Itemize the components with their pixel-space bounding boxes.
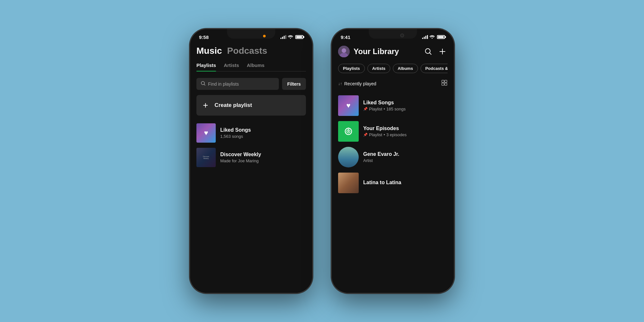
- artist-lib-info: Gene Evaro Jr. Artist: [363, 151, 399, 163]
- liked-songs-lib-name: Liked Songs: [363, 100, 406, 106]
- search-row-1: Find in playlists Filters: [196, 78, 306, 90]
- svg-line-6: [430, 53, 431, 55]
- liked-meta-suffix: 185 songs: [386, 107, 406, 111]
- svg-line-1: [204, 84, 205, 86]
- chip-playlists[interactable]: Playlists: [338, 64, 365, 73]
- avatar-image: [338, 46, 350, 57]
- status-icons-1: [280, 35, 303, 40]
- filters-button[interactable]: Filters: [282, 78, 306, 90]
- liked-songs-name: Liked Songs: [220, 127, 251, 133]
- tab-artists[interactable]: Artists: [224, 62, 239, 71]
- sort-row: ↓↑ Recently played: [338, 80, 448, 88]
- music-tab-title[interactable]: Music: [196, 46, 222, 56]
- tab-playlists[interactable]: Playlists: [196, 62, 216, 71]
- phone-1: 9:58: [190, 29, 312, 293]
- chip-artists[interactable]: Artists: [367, 64, 390, 73]
- liked-songs-thumb: ♥: [196, 123, 216, 143]
- latina-lib-info: Latina to Latina: [363, 180, 401, 186]
- svg-rect-10: [445, 80, 447, 82]
- signal-bars-1: [280, 35, 286, 39]
- library-title: Your Library: [354, 47, 419, 56]
- notch: [227, 29, 275, 39]
- battery-icon-1: [295, 35, 303, 39]
- status-time-2: 9:41: [341, 34, 350, 40]
- search-icon-1: [201, 81, 205, 87]
- svg-point-3: [342, 48, 346, 53]
- sort-label[interactable]: ↓↑ Recently played: [338, 81, 376, 86]
- grid-view-icon[interactable]: [441, 80, 448, 88]
- search-placeholder-1: Find in playlists: [208, 81, 239, 87]
- artist-lib-meta: Artist: [363, 158, 399, 163]
- liked-songs-thumb-2: ♥: [338, 95, 359, 116]
- phone-2: 9:41: [332, 29, 454, 293]
- discover-weekly-info: Discover Weekly Made for Joe Maring: [220, 152, 261, 163]
- wifi-icon-1: [288, 35, 293, 40]
- list-item[interactable]: DiscoverWeekly Discover Weekly Made for …: [196, 145, 306, 170]
- tabs-row-1: Playlists Artists Albums: [196, 62, 306, 71]
- plus-icon: +: [203, 100, 208, 110]
- phone2-content: Your Library: [332, 43, 454, 196]
- list-item[interactable]: ♥ Liked Songs 1,563 songs: [196, 121, 306, 145]
- pin-icon-liked: 📌: [363, 107, 368, 111]
- liked-songs-meta: 1,563 songs: [220, 134, 251, 139]
- liked-meta-prefix: Playlist: [369, 107, 382, 111]
- signal-bars-2: [422, 35, 428, 39]
- pin-icon-episodes: 📌: [363, 133, 368, 137]
- library-header: Your Library: [338, 43, 448, 57]
- svg-rect-11: [442, 83, 444, 85]
- liked-songs-info: Liked Songs 1,563 songs: [220, 127, 251, 139]
- discover-weekly-thumb: DiscoverWeekly: [196, 148, 216, 167]
- chip-podcasts[interactable]: Podcasts & Sho: [421, 64, 448, 73]
- orange-dot: [263, 35, 266, 37]
- sort-label-text: Recently played: [344, 81, 376, 86]
- episodes-lib-info: Your Episodes 📌 Playlist • 3 episodes: [363, 126, 407, 137]
- chip-albums[interactable]: Albums: [393, 64, 418, 73]
- wifi-icon-2: [430, 35, 435, 40]
- svg-rect-12: [445, 83, 447, 85]
- sort-arrows-icon: ↓↑: [338, 81, 342, 86]
- library-add-button[interactable]: [437, 46, 448, 57]
- filter-chips: Playlists Artists Albums Podcasts & Sho: [338, 64, 448, 73]
- list-item[interactable]: Gene Evaro Jr. Artist: [338, 144, 448, 170]
- camera-dot: [400, 33, 404, 37]
- svg-rect-9: [442, 80, 444, 82]
- podcasts-tab-title[interactable]: Podcasts: [227, 46, 267, 56]
- latina-lib-name: Latina to Latina: [363, 180, 401, 185]
- library-search-button[interactable]: [423, 46, 433, 57]
- episodes-thumb: [338, 121, 359, 142]
- latina-thumb: [338, 173, 359, 193]
- heart-icon: ♥: [204, 129, 208, 137]
- artist-meta-prefix: Artist: [363, 158, 373, 163]
- list-item[interactable]: Your Episodes 📌 Playlist • 3 episodes: [338, 118, 448, 144]
- create-playlist-button[interactable]: + Create playlist: [196, 95, 306, 116]
- list-item[interactable]: Latina to Latina: [338, 170, 448, 196]
- discover-weekly-meta: Made for Joe Maring: [220, 158, 261, 163]
- episodes-lib-meta: 📌 Playlist • 3 episodes: [363, 132, 407, 137]
- svg-point-15: [348, 131, 349, 132]
- list-item[interactable]: ♥ Liked Songs 📌 Playlist • 185 songs: [338, 93, 448, 118]
- status-icons-2: [422, 35, 445, 40]
- status-time-1: 9:58: [199, 34, 209, 40]
- artist-thumb: [338, 147, 359, 167]
- battery-icon-2: [437, 35, 445, 39]
- episodes-meta-prefix: Playlist: [369, 132, 382, 137]
- tab-albums[interactable]: Albums: [247, 62, 264, 71]
- create-playlist-label: Create playlist: [214, 102, 252, 109]
- user-avatar[interactable]: [338, 46, 350, 57]
- phones-container: 9:58: [190, 29, 454, 293]
- phone1-content: Music Podcasts Playlists Artists Albums: [190, 43, 312, 170]
- find-in-playlists-search[interactable]: Find in playlists: [196, 78, 279, 90]
- notch-2: [369, 29, 417, 39]
- episodes-meta-suffix: 3 episodes: [386, 132, 407, 137]
- liked-songs-lib-meta: 📌 Playlist • 185 songs: [363, 107, 406, 111]
- artist-lib-name: Gene Evaro Jr.: [363, 151, 399, 157]
- liked-songs-lib-info: Liked Songs 📌 Playlist • 185 songs: [363, 100, 406, 111]
- heart-icon-2: ♥: [346, 101, 350, 110]
- phone1-header: Music Podcasts: [196, 43, 306, 56]
- episodes-lib-name: Your Episodes: [363, 126, 407, 131]
- discover-weekly-name: Discover Weekly: [220, 152, 261, 157]
